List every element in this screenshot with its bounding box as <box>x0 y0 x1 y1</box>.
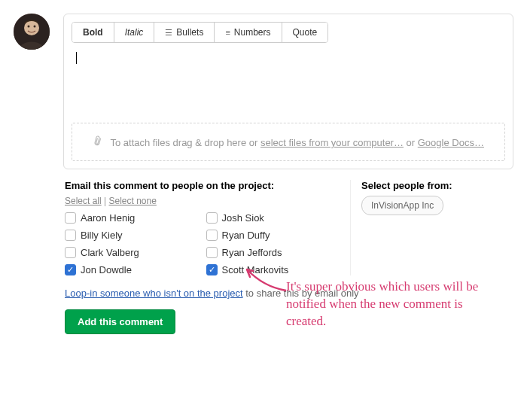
people-list: Aaron HenigJosh SiokBilly KielyRyan Duff… <box>65 212 340 275</box>
person-name: Josh Siok <box>222 212 264 224</box>
column-divider <box>350 180 351 275</box>
person-checkbox-row[interactable]: Billy Kiely <box>65 230 199 241</box>
avatar <box>14 14 50 50</box>
quote-button[interactable]: Quote <box>282 23 328 42</box>
org-selector[interactable]: InVisionApp Inc <box>361 196 443 215</box>
email-heading: Email this comment to people on the proj… <box>65 180 340 191</box>
checkbox[interactable] <box>65 264 76 275</box>
select-none-link[interactable]: Select none <box>109 196 157 206</box>
person-name: Aaron Henig <box>81 212 135 224</box>
loop-in-link[interactable]: Loop-in someone who isn't on the project <box>65 288 243 299</box>
select-from-heading: Select people from: <box>361 180 512 191</box>
bullets-label: Bullets <box>176 27 203 38</box>
checkbox[interactable] <box>65 230 76 241</box>
formatting-toolbar: Bold Italic ☰ Bullets ≡ Numbers Quote <box>72 22 328 43</box>
select-separator: | <box>102 196 109 206</box>
checkbox[interactable] <box>65 247 76 258</box>
bullet-list-icon: ☰ <box>165 28 172 38</box>
person-name: Clark Valberg <box>81 247 139 258</box>
person-checkbox-row[interactable]: Josh Siok <box>206 212 340 224</box>
loop-in-row: Loop-in someone who isn't on the project… <box>65 288 512 299</box>
italic-button[interactable]: Italic <box>114 23 155 42</box>
person-name: Scott Markovits <box>222 264 289 275</box>
svg-point-2 <box>28 26 30 28</box>
attachment-dropzone[interactable]: To attach files drag & drop here or sele… <box>72 123 505 161</box>
select-all-link[interactable]: Select all <box>65 196 102 206</box>
person-name: Ryan Duffy <box>222 230 270 241</box>
comment-textarea[interactable] <box>72 43 505 118</box>
bullets-button[interactable]: ☰ Bullets <box>154 23 215 42</box>
checkbox[interactable] <box>65 212 76 224</box>
bold-button[interactable]: Bold <box>72 23 114 42</box>
attach-text-prefix: To attach files drag & drop here or <box>110 137 260 148</box>
person-checkbox-row[interactable]: Ryan Jeffords <box>206 247 340 258</box>
svg-point-3 <box>34 26 36 28</box>
select-files-link[interactable]: select files from your computer… <box>260 137 404 148</box>
person-checkbox-row[interactable]: Aaron Henig <box>65 212 199 224</box>
checkbox[interactable] <box>206 230 218 241</box>
person-checkbox-row[interactable]: Scott Markovits <box>206 264 340 275</box>
text-caret <box>76 52 77 64</box>
checkbox[interactable] <box>206 212 218 224</box>
add-comment-button[interactable]: Add this comment <box>65 309 175 334</box>
person-name: Jon Dowdle <box>81 264 132 275</box>
checkbox[interactable] <box>206 264 218 275</box>
person-checkbox-row[interactable]: Ryan Duffy <box>206 230 340 241</box>
numbered-list-icon: ≡ <box>225 28 230 37</box>
google-docs-link[interactable]: Google Docs… <box>418 137 484 148</box>
numbers-label: Numbers <box>234 27 271 38</box>
numbers-button[interactable]: ≡ Numbers <box>215 23 282 42</box>
comment-editor-card: Bold Italic ☰ Bullets ≡ Numbers Quote <box>63 14 513 169</box>
checkbox[interactable] <box>206 247 218 258</box>
person-name: Ryan Jeffords <box>222 247 282 258</box>
svg-point-1 <box>24 20 39 35</box>
person-name: Billy Kiely <box>81 230 123 241</box>
person-checkbox-row[interactable]: Jon Dowdle <box>65 264 199 275</box>
person-checkbox-row[interactable]: Clark Valberg <box>65 247 199 258</box>
loop-in-suffix: to share this by email only <box>243 288 359 299</box>
paperclip-icon <box>90 134 106 151</box>
attach-text-middle: or <box>404 137 418 148</box>
